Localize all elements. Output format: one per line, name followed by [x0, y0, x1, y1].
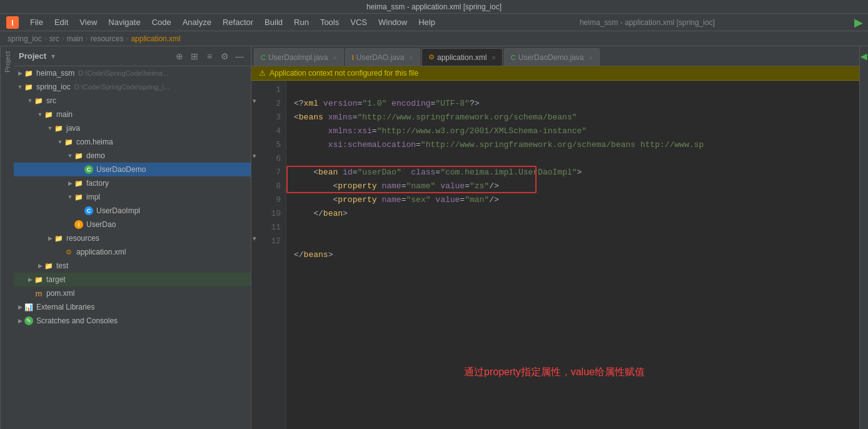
title-bar: heima_ssm - application.xml [spring_ioc]	[0, 0, 868, 14]
tab-icon-userdao: I	[352, 54, 354, 61]
menu-edit[interactable]: Edit	[49, 16, 73, 28]
tab-close-userdao[interactable]: ×	[410, 54, 413, 61]
tab-userdaoimpl[interactable]: C UserDaoImpl.java ×	[254, 48, 344, 66]
tab-close-userdaodemo[interactable]: ×	[588, 54, 592, 61]
tab-icon-userdaodemo: C	[511, 54, 516, 61]
project-title: heima_ssm - application.xml [spring_ioc]	[580, 18, 715, 27]
lib-icon: 📊	[24, 302, 34, 312]
warning-banner: ⚠ Application context not configured for…	[251, 66, 859, 81]
folder-icon-resources: 📁	[54, 233, 64, 243]
editor-content[interactable]: ▾ ▾ ▾ 1 2 3 4 5 6 7 8 9 10 11 12 <?xml v…	[251, 81, 859, 429]
sidebar-dropdown-icon[interactable]: ▾	[51, 52, 55, 61]
tree-item-scratches[interactable]: ▶ ✎ Scratches and Consoles	[14, 314, 251, 328]
tree-item-target[interactable]: ▶ 📁 target	[14, 273, 251, 286]
folder-icon: 📁	[24, 68, 34, 78]
folder-icon-test: 📁	[44, 261, 54, 271]
tab-userdaodemo[interactable]: C UserDaoDemo.java ×	[504, 48, 600, 66]
breadcrumb-file[interactable]: application.xml	[131, 34, 180, 43]
warning-icon: ⚠	[259, 69, 266, 78]
tab-userdao[interactable]: I UserDAO.java ×	[345, 48, 420, 66]
menu-run[interactable]: Run	[289, 16, 314, 28]
nav-forward-icon[interactable]: ►	[857, 51, 868, 64]
menu-help[interactable]: Help	[413, 16, 440, 28]
menu-file[interactable]: File	[25, 16, 48, 28]
settings-button[interactable]: ⚙	[218, 50, 231, 63]
tree-item-userdaoimpl[interactable]: C UserDaoImpl	[14, 204, 251, 218]
folder-icon-demo: 📁	[74, 151, 84, 161]
editor-area: C UserDaoImpl.java × I UserDAO.java × ⚙ …	[251, 46, 859, 429]
nav-back-button[interactable]: ▶	[854, 16, 863, 29]
tree-item-extlibs[interactable]: ▶ 📊 External Libraries	[14, 300, 251, 314]
menu-refactor[interactable]: Refactor	[218, 16, 258, 28]
folder-icon-factory: 📁	[74, 178, 84, 188]
folder-icon-java: 📁	[54, 123, 64, 133]
tree-item-impl[interactable]: ▼ 📁 impl	[14, 190, 251, 204]
tab-appxml[interactable]: ⚙ application.xml ×	[421, 48, 503, 66]
tab-close-appxml[interactable]: ×	[492, 54, 495, 61]
tab-icon-userdaoimpl: C	[261, 54, 266, 61]
sidebar-header: Project ▾ ⊕ ⊞ ≡ ⚙ —	[14, 46, 251, 66]
menu-view[interactable]: View	[74, 16, 102, 28]
tree-item-main[interactable]: ▼ 📁 main	[14, 108, 251, 121]
minimize-button[interactable]: —	[233, 50, 246, 63]
pom-icon: m	[34, 288, 44, 298]
fold-marker-12[interactable]: ▾	[253, 235, 256, 243]
tree-item-userdaodemo[interactable]: C UserDaoDemo	[14, 163, 251, 176]
svg-text:I: I	[11, 19, 13, 28]
menu-navigate[interactable]: Navigate	[103, 16, 145, 28]
tree-item-comheima[interactable]: ▼ 📁 com.heima	[14, 135, 251, 149]
folder-icon-spring: 📁	[24, 82, 34, 92]
folder-icon-comheima: 📁	[64, 137, 74, 147]
tree-item-heima-ssm[interactable]: ▶ 📁 heima_ssm D:\Code\SpringCode\heima..…	[14, 66, 251, 80]
menu-code[interactable]: Code	[147, 16, 176, 28]
tree-item-java[interactable]: ▼ 📁 java	[14, 121, 251, 135]
menu-analyze[interactable]: Analyze	[178, 16, 216, 28]
tree-item-factory[interactable]: ▶ 📁 factory	[14, 176, 251, 190]
layout-button[interactable]: ⊞	[188, 50, 201, 63]
tree-item-appxml[interactable]: ⚙ application.xml	[14, 245, 251, 259]
gutter: ▾ ▾ ▾	[251, 81, 261, 429]
tab-icon-appxml: ⚙	[428, 53, 435, 61]
fold-marker-2[interactable]: ▾	[253, 97, 256, 105]
warning-text: Application context not configured for t…	[270, 69, 418, 78]
scratches-label: Scratches and Consoles	[36, 316, 118, 325]
title-text: heima_ssm - application.xml [spring_ioc]	[366, 3, 502, 11]
tree-item-resources[interactable]: ▶ 📁 resources	[14, 231, 251, 245]
sidebar: Project ▾ ⊕ ⊞ ≡ ⚙ — ▶ 📁 heima_ssm D:\Cod…	[14, 46, 251, 429]
line-numbers: 1 2 3 4 5 6 7 8 9 10 11 12	[261, 81, 286, 429]
menu-window[interactable]: Window	[373, 16, 412, 28]
main-layout: Project Project ▾ ⊕ ⊞ ≡ ⚙ — ▶ 📁 heima_ss…	[0, 46, 868, 429]
breadcrumb-src[interactable]: src	[49, 34, 59, 43]
menu-bar: I File Edit View Navigate Code Analyze R…	[0, 14, 868, 31]
tree-item-pom[interactable]: m pom.xml	[14, 286, 251, 300]
scratch-icon: ✎	[24, 316, 34, 326]
annotation: 通过property指定属性，value给属性赋值	[464, 366, 645, 379]
breadcrumb-resources[interactable]: resources	[91, 34, 124, 43]
menu-build[interactable]: Build	[260, 16, 288, 28]
add-button[interactable]: ⊕	[173, 50, 186, 63]
menu-tools[interactable]: Tools	[315, 16, 344, 28]
breadcrumb-spring-ioc[interactable]: spring_ioc	[8, 34, 42, 43]
folder-icon-main: 📁	[44, 109, 54, 119]
sort-button[interactable]: ≡	[203, 50, 216, 63]
tree-item-userdao[interactable]: I UserDao	[14, 218, 251, 231]
java-class-icon: C	[84, 164, 94, 174]
sidebar-title: Project	[19, 51, 46, 61]
fold-marker-6[interactable]: ▾	[253, 152, 256, 160]
tab-close-userdaoimpl[interactable]: ×	[333, 54, 336, 61]
sidebar-tools: ⊕ ⊞ ≡ ⚙ —	[173, 50, 246, 63]
project-tab[interactable]: Project	[0, 46, 14, 429]
java-interface-icon: I	[74, 220, 84, 230]
sidebar-tree: ▶ 📁 heima_ssm D:\Code\SpringCode\heima..…	[14, 66, 251, 429]
tree-item-demo[interactable]: ▼ 📁 demo	[14, 149, 251, 163]
folder-icon-src: 📁	[34, 96, 44, 106]
menu-vcs[interactable]: VCS	[345, 16, 372, 28]
tree-item-src[interactable]: ▼ 📁 src	[14, 94, 251, 108]
tree-item-spring-ioc[interactable]: ▼ 📁 spring_ioc D:\Code\SpringCode\spring…	[14, 80, 251, 94]
tab-bar: C UserDaoImpl.java × I UserDAO.java × ⚙ …	[251, 46, 859, 66]
breadcrumb-main[interactable]: main	[67, 34, 83, 43]
tree-item-test[interactable]: ▶ 📁 test	[14, 259, 251, 273]
java-class-blue-icon: C	[84, 206, 94, 216]
folder-icon-target: 📁	[34, 275, 44, 285]
breadcrumb: spring_ioc › src › main › resources › ap…	[0, 31, 868, 46]
